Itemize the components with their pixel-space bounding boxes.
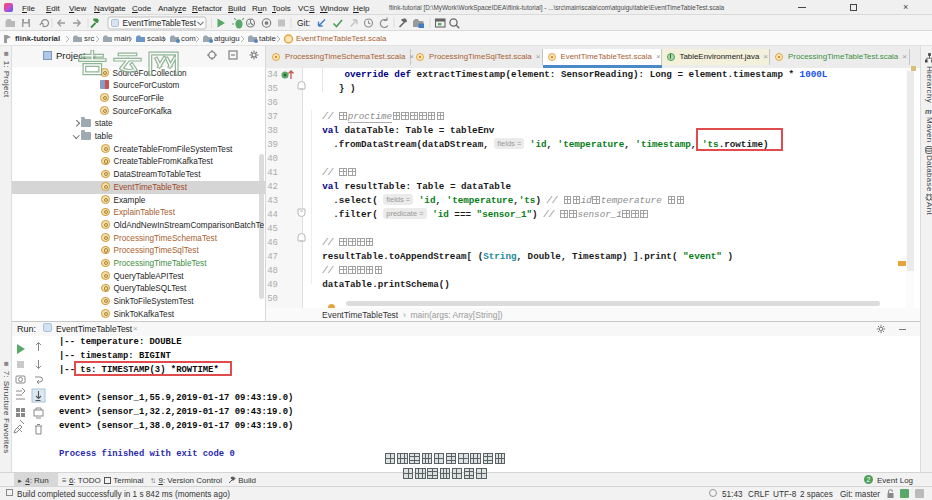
svg-text:EventTimeTableTest: EventTimeTableTest xyxy=(123,19,197,28)
svg-text:Git:: Git: xyxy=(297,18,310,28)
